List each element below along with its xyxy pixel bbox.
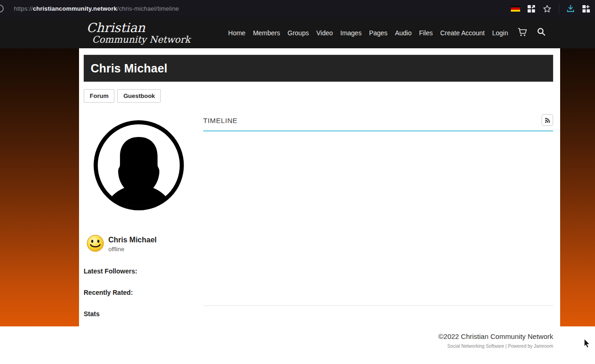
nav-item-images[interactable]: Images: [340, 29, 362, 37]
nav-item-create-account[interactable]: Create Account: [440, 29, 485, 37]
url-domain: christiancommunity.network: [33, 5, 117, 12]
nav-item-groups[interactable]: Groups: [288, 29, 309, 37]
main-navigation: Home Members Groups Video Images Pages A…: [228, 27, 595, 39]
profile-sidebar: Chris Michael offline Latest Followers: …: [84, 108, 198, 318]
browser-actions: [511, 0, 595, 17]
timeline-panel: TIMELINE: [203, 108, 553, 318]
footer-separator: |: [504, 344, 508, 349]
timeline-empty-area: [203, 131, 553, 306]
browser-address-bar: https://christiancommunity.network/chris…: [0, 0, 595, 17]
nav-item-files[interactable]: Files: [419, 29, 433, 37]
latest-followers-heading: Latest Followers:: [84, 267, 198, 275]
tiles-capture-icon[interactable]: [527, 5, 536, 13]
rss-feed-button[interactable]: [542, 114, 553, 126]
site-info-icon[interactable]: [0, 5, 4, 13]
footer-links: Social Networking Software | Powered by …: [0, 344, 553, 349]
nav-item-video[interactable]: Video: [316, 29, 333, 37]
site-header: Christian Community Network Home Members…: [0, 17, 595, 48]
profile-avatar[interactable]: [93, 119, 185, 212]
nav-item-home[interactable]: Home: [228, 29, 245, 37]
search-icon[interactable]: [537, 27, 546, 38]
recently-rated-heading: Recently Rated:: [84, 289, 198, 296]
toolbar-divider: [559, 4, 559, 13]
logo-line-2: Community Network: [92, 35, 190, 44]
online-status: offline: [108, 246, 157, 253]
site-logo[interactable]: Christian Community Network: [86, 21, 190, 44]
nav-item-pages[interactable]: Pages: [369, 29, 388, 37]
logo-line-1: Christian: [86, 21, 190, 34]
site-footer: ©2022 Christian Community Network Social…: [0, 326, 595, 364]
language-flag-germany-icon[interactable]: [511, 6, 520, 12]
panels-add-icon[interactable]: [582, 5, 590, 13]
bookmark-star-icon[interactable]: [542, 4, 552, 13]
url-field[interactable]: https://christiancommunity.network/chris…: [14, 5, 179, 12]
timeline-header: TIMELINE: [203, 108, 553, 131]
mouse-cursor: [584, 339, 591, 351]
timeline-divider: [203, 306, 553, 306]
smiley-status-icon: [86, 234, 104, 254]
nav-item-members[interactable]: Members: [253, 29, 280, 37]
copyright-text: ©2022 Christian Community Network: [0, 332, 553, 340]
powered-by-link[interactable]: Powered by Jamroom: [508, 344, 553, 349]
page-title: Chris Michael: [91, 62, 167, 75]
content-panel: Chris Michael Forum Guestbook: [79, 48, 560, 326]
cart-icon[interactable]: [517, 27, 528, 39]
guestbook-button[interactable]: Guestbook: [117, 89, 161, 103]
nav-item-login[interactable]: Login: [492, 29, 508, 37]
stats-heading: Stats: [84, 310, 198, 318]
software-link[interactable]: Social Networking Software: [447, 344, 504, 349]
profile-identity: Chris Michael offline: [86, 234, 198, 254]
forum-button[interactable]: Forum: [84, 89, 114, 103]
nav-item-audio[interactable]: Audio: [395, 29, 412, 37]
profile-tab-buttons: Forum Guestbook: [84, 89, 560, 103]
page-background: Chris Michael Forum Guestbook: [0, 48, 595, 326]
profile-name[interactable]: Chris Michael: [108, 236, 157, 244]
timeline-heading: TIMELINE: [203, 117, 238, 124]
url-scheme: https://: [14, 5, 33, 12]
downloads-icon[interactable]: [566, 4, 575, 13]
url-path: /chris-michael/timeline: [117, 5, 179, 12]
profile-title-bar: Chris Michael: [84, 55, 553, 82]
